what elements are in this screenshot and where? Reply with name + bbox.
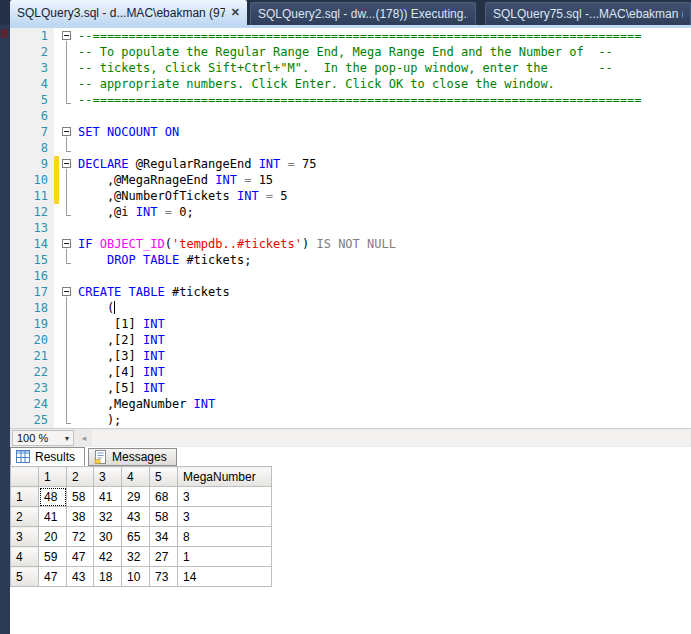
grid-cell[interactable]: 72 bbox=[67, 527, 94, 547]
code-line[interactable]: 20 ,[2] INT bbox=[10, 332, 691, 348]
code-line[interactable]: 24 ,MegaNumber INT bbox=[10, 396, 691, 412]
tab-sqlquery3[interactable]: SQLQuery3.sql - d...MAC\ebakman (97)) ✕ bbox=[10, 0, 247, 25]
code-line[interactable]: 9DECLARE @RegularRangeEnd INT = 75 bbox=[10, 156, 691, 172]
grid-cell[interactable]: 1 bbox=[178, 547, 272, 567]
tab-messages[interactable]: Messages bbox=[88, 448, 177, 466]
grid-cell[interactable]: 27 bbox=[150, 547, 178, 567]
code-token: 5 bbox=[280, 189, 287, 203]
code-line[interactable]: 8 bbox=[10, 140, 691, 156]
tab-sqlquery75[interactable]: SQLQuery75.sql -...MAC\ebakman (9 bbox=[485, 2, 691, 25]
code-line[interactable]: 6 bbox=[10, 108, 691, 124]
fold-margin bbox=[59, 348, 76, 364]
fold-collapse-box[interactable] bbox=[62, 239, 71, 248]
code-token: --======================================… bbox=[78, 93, 642, 107]
grid-cell[interactable]: 41 bbox=[39, 507, 67, 527]
line-number: 2 bbox=[10, 44, 54, 60]
text-caret bbox=[114, 301, 115, 314]
grid-column-header[interactable]: 1 bbox=[39, 467, 67, 487]
code-line[interactable]: 3-- tickets, click Sift+Ctrl+"M". In the… bbox=[10, 60, 691, 76]
fold-collapse-box[interactable] bbox=[62, 31, 71, 40]
line-number: 23 bbox=[10, 380, 54, 396]
grid-cell[interactable]: 43 bbox=[67, 567, 94, 587]
fold-line bbox=[66, 380, 67, 396]
grid-cell[interactable]: 38 bbox=[67, 507, 94, 527]
fold-collapse-box[interactable] bbox=[62, 127, 71, 136]
fold-margin bbox=[59, 236, 76, 252]
line-number: 3 bbox=[10, 60, 54, 76]
hscroll-left-button[interactable]: ◂ bbox=[78, 431, 90, 445]
grid-cell[interactable]: 47 bbox=[39, 567, 67, 587]
grid-cell[interactable]: 41 bbox=[94, 487, 122, 507]
grid-cell[interactable]: 3 bbox=[178, 507, 272, 527]
code-line[interactable]: 4-- appropriate numbers. Click Enter. Cl… bbox=[10, 76, 691, 92]
code-line[interactable]: 2-- To populate the Regular Range End, M… bbox=[10, 44, 691, 60]
grid-cell[interactable]: 32 bbox=[122, 547, 150, 567]
grid-cell[interactable]: 42 bbox=[94, 547, 122, 567]
code-line[interactable]: 22 ,[4] INT bbox=[10, 364, 691, 380]
code-line[interactable]: 5--=====================================… bbox=[10, 92, 691, 108]
grid-cell[interactable]: 59 bbox=[39, 547, 67, 567]
grid-cell[interactable]: 18 bbox=[94, 567, 122, 587]
grid-row-header[interactable]: 5 bbox=[11, 567, 39, 587]
code-token: ); bbox=[78, 413, 121, 427]
grid-cell[interactable]: 14 bbox=[178, 567, 272, 587]
code-text: ,@i INT = 0; bbox=[76, 204, 194, 220]
fold-collapse-box[interactable] bbox=[62, 287, 71, 296]
grid-cell[interactable]: 20 bbox=[39, 527, 67, 547]
code-line[interactable]: 12 ,@i INT = 0; bbox=[10, 204, 691, 220]
close-icon[interactable]: ✕ bbox=[231, 6, 240, 19]
code-line[interactable]: 1--=====================================… bbox=[10, 28, 691, 44]
zoom-level-dropdown[interactable]: 100 % ▾ bbox=[12, 430, 74, 446]
tab-sqlquery2[interactable]: SQLQuery2.sql - dw...(178)) Executing...… bbox=[250, 2, 476, 25]
code-line[interactable]: 11 ,@NumberOfTickets INT = 5 bbox=[10, 188, 691, 204]
code-line[interactable]: 7SET NOCOUNT ON bbox=[10, 124, 691, 140]
grid-cell[interactable]: 58 bbox=[67, 487, 94, 507]
grid-cell[interactable]: 3 bbox=[178, 487, 272, 507]
fold-collapse-box[interactable] bbox=[62, 159, 71, 168]
code-line[interactable]: 17CREATE TABLE #tickets bbox=[10, 284, 691, 300]
grid-cell[interactable]: 8 bbox=[178, 527, 272, 547]
grid-column-header[interactable]: 4 bbox=[122, 467, 150, 487]
grid-cell[interactable]: 68 bbox=[150, 487, 178, 507]
grid-row-header[interactable]: 1 bbox=[11, 487, 39, 507]
grid-cell[interactable]: 34 bbox=[150, 527, 178, 547]
grid-cell[interactable]: 58 bbox=[150, 507, 178, 527]
code-line[interactable]: 25 ); bbox=[10, 412, 691, 428]
code-line[interactable]: 19 [1] INT bbox=[10, 316, 691, 332]
grid-cell[interactable]: 29 bbox=[122, 487, 150, 507]
grid-cell[interactable]: 32 bbox=[94, 507, 122, 527]
code-line[interactable]: 18 ( bbox=[10, 300, 691, 316]
code-token: DROP TABLE bbox=[107, 253, 186, 267]
grid-row-header[interactable]: 4 bbox=[11, 547, 39, 567]
grid-column-header[interactable]: MegaNumber bbox=[178, 467, 272, 487]
grid-column-header[interactable]: 5 bbox=[150, 467, 178, 487]
grid-cell[interactable]: 30 bbox=[94, 527, 122, 547]
grid-row-header[interactable]: 3 bbox=[11, 527, 39, 547]
grid-cell[interactable]: 47 bbox=[67, 547, 94, 567]
grid-row-header[interactable]: 2 bbox=[11, 507, 39, 527]
code-line[interactable]: 15 DROP TABLE #tickets; bbox=[10, 252, 691, 268]
code-line[interactable]: 16 bbox=[10, 268, 691, 284]
hscroll-track[interactable] bbox=[92, 430, 690, 446]
sql-editor-surface[interactable]: 1--=====================================… bbox=[10, 28, 691, 428]
line-number: 13 bbox=[10, 220, 54, 236]
results-tab-row: Results Messages bbox=[10, 447, 691, 466]
fold-line bbox=[66, 188, 67, 204]
grid-cell[interactable]: 43 bbox=[122, 507, 150, 527]
code-line[interactable]: 13 bbox=[10, 220, 691, 236]
fold-margin bbox=[59, 396, 76, 412]
code-line[interactable]: 21 ,[3] INT bbox=[10, 348, 691, 364]
code-line[interactable]: 23 ,[5] INT bbox=[10, 380, 691, 396]
grid-cell[interactable]: 10 bbox=[122, 567, 150, 587]
fold-margin bbox=[59, 188, 76, 204]
fold-margin bbox=[59, 92, 76, 108]
code-line[interactable]: 10 ,@MegaRnageEnd INT = 15 bbox=[10, 172, 691, 188]
grid-corner-header[interactable] bbox=[11, 467, 39, 487]
grid-column-header[interactable]: 2 bbox=[67, 467, 94, 487]
tab-results[interactable]: Results bbox=[10, 447, 85, 466]
code-line[interactable]: 14IF OBJECT_ID('tempdb..#tickets') IS NO… bbox=[10, 236, 691, 252]
grid-cell[interactable]: 65 bbox=[122, 527, 150, 547]
grid-column-header[interactable]: 3 bbox=[94, 467, 122, 487]
grid-cell[interactable]: 48 bbox=[39, 487, 67, 507]
grid-cell[interactable]: 73 bbox=[150, 567, 178, 587]
